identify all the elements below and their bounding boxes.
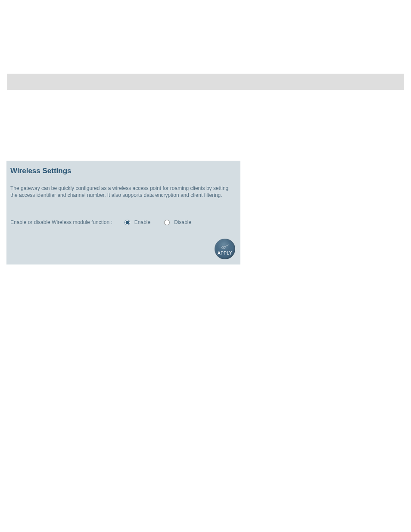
radio-row-label: Enable or disable Wireless module functi…: [10, 219, 112, 225]
disable-label: Disable: [174, 219, 191, 225]
apply-button[interactable]: APPLY: [215, 239, 235, 259]
disable-radio[interactable]: [164, 220, 170, 225]
panel-description: The gateway can be quickly configured as…: [10, 185, 237, 199]
svg-line-1: [223, 246, 224, 249]
radio-group: Enable Disable: [121, 219, 199, 225]
panel-title: Wireless Settings: [10, 167, 237, 175]
top-bar: [7, 74, 404, 90]
mouse-icon: [221, 244, 229, 251]
enable-radio[interactable]: [125, 220, 130, 225]
enable-label: Enable: [134, 219, 150, 225]
wireless-enable-row: Enable or disable Wireless module functi…: [10, 219, 237, 225]
wireless-settings-panel: Wireless Settings The gateway can be qui…: [6, 161, 240, 264]
apply-button-label: APPLY: [218, 251, 232, 255]
